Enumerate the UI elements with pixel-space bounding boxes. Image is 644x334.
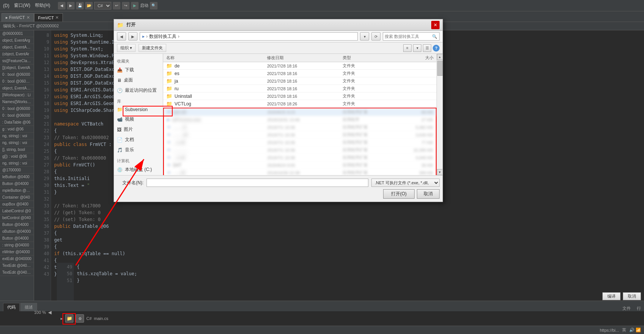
file-row-ru[interactable]: 📁ru 2021/7/28 18:16 文件夹 — [163, 85, 437, 93]
left-item-4[interactable]: ss([FeatureClass, — [0, 58, 34, 64]
col-header-date[interactable]: 修改日期 — [267, 55, 343, 61]
scroll-down-button[interactable]: ▼ — [437, 169, 443, 175]
help-button[interactable]: ? — [433, 45, 440, 52]
undo-icon[interactable]: ↩ — [113, 2, 120, 9]
left-item-27[interactable]: belControl @040 — [0, 215, 34, 221]
nav-item-desktop[interactable]: 🖥 桌面 — [114, 75, 163, 85]
view-list-button[interactable]: ≡ — [403, 44, 412, 52]
compile-button[interactable]: 编译 — [602, 292, 621, 300]
left-item-10[interactable]: Names([Workspace) — [0, 99, 34, 105]
tab-frmvct-2[interactable]: FrmVCT ✕ — [34, 13, 63, 22]
search-toolbar-icon[interactable]: 🔍 — [150, 2, 157, 9]
left-item-19[interactable]: ng, string) : voi — [0, 160, 34, 167]
left-item-18[interactable]: g[]) : void @06 — [0, 153, 34, 160]
open-button[interactable]: 打开(O) — [383, 189, 415, 199]
left-item-16[interactable]: ng, string) : voi — [0, 140, 34, 146]
search-icon[interactable]: 🔍 — [432, 33, 438, 39]
nav-forward-button[interactable]: ▶ — [128, 32, 137, 41]
nav-back-button[interactable]: ◀ — [117, 32, 126, 41]
left-item-3[interactable]: (object, EventAr — [0, 51, 34, 58]
left-item-23[interactable]: mpleButton @040 — [0, 187, 34, 194]
tab-code[interactable]: 代码 — [3, 303, 20, 311]
nav-refresh-button[interactable]: ⟳ — [371, 32, 380, 41]
left-item-2[interactable]: object, EventArgs — [0, 44, 34, 51]
nav-item-music[interactable]: 🎵 音乐 — [114, 145, 163, 155]
open-icon[interactable]: 📂 — [85, 2, 93, 9]
settings-btn[interactable]: ⚙ — [76, 314, 84, 323]
scroll-up-button[interactable]: ▲ — [437, 54, 443, 60]
organize-button[interactable]: 组织 ▾ — [117, 44, 136, 52]
left-item-12[interactable]: 0 : bool @06000 — [0, 112, 34, 119]
folder-btn[interactable]: 📁 — [65, 314, 73, 323]
menu-item-window[interactable]: 窗口(W) — [14, 2, 30, 9]
left-item-15[interactable]: ng, string) : voi — [0, 133, 34, 140]
left-item-9[interactable]: [IWorkspace) : Li — [0, 92, 34, 99]
left-item-24[interactable]: Container @040 — [0, 194, 34, 201]
filename-input[interactable] — [147, 179, 368, 187]
search-box[interactable]: 🔍 — [383, 32, 440, 41]
tab-close-2[interactable]: ✕ — [55, 15, 59, 20]
forward-icon[interactable]: ▶ — [67, 2, 75, 9]
nav-item-video[interactable]: 📹 视频 — [114, 114, 163, 124]
col-header-type[interactable]: 类型 — [343, 55, 393, 61]
tab-frmvct-1[interactable]: ▸ FrmVCT ✕ — [2, 13, 34, 22]
left-item-20[interactable]: @1700000 — [0, 167, 34, 174]
search-input[interactable] — [385, 34, 430, 39]
left-item-17[interactable]: [], string, bool — [0, 146, 34, 153]
file-row-es[interactable]: 📁es 2021/7/28 18:16 文件夹 — [163, 70, 437, 77]
left-item-30[interactable]: Button @04000 — [0, 235, 34, 242]
file-row-vctlog[interactable]: 📁VCTLog 2021/7/28 18:26 文件夹 — [163, 100, 437, 108]
file-row-edll[interactable]: ⚙...e.dll 2019/7/1 10:36 应用程序扩展 77 KB — [164, 139, 436, 146]
file-row-dll-last[interactable]: ⚙......dll 2019/10/30 22:38 应用程序扩展 399 K… — [164, 169, 436, 175]
file-row-ill[interactable]: ⚙........ill 2019/7/1 10:36 应用程序扩展 5,082… — [164, 124, 436, 131]
left-item-34[interactable]: TextEdit @040000 — [0, 262, 34, 269]
tab-close-1[interactable]: ✕ — [27, 15, 30, 20]
left-item-26[interactable]: LabelControl @0 — [0, 208, 34, 215]
left-item-8[interactable]: object, EventArgs — [0, 85, 34, 92]
nav-item-documents[interactable]: 📄 文档 — [114, 135, 163, 145]
file-row-diit[interactable]: ⚙DIIT 2020/8/24 9:05 应用程序扩展 36 KB — [164, 162, 436, 169]
left-item-31[interactable]: : string @04000 — [0, 242, 34, 249]
col-header-size[interactable]: 大小 — [393, 55, 433, 61]
left-item-28[interactable]: Button @04000 — [0, 221, 34, 228]
left-item-7[interactable]: 0 : bool @060001 — [0, 78, 34, 85]
file-row-uninstall[interactable]: 📁Uninstall 2021/7/28 18:16 文件夹 — [163, 93, 437, 100]
left-item-25[interactable]: oupBox @0400 — [0, 201, 34, 208]
left-item-0[interactable]: @06000001 — [0, 30, 34, 37]
file-row-2dll[interactable]: ⚙...2.dll 2019/7/1 10:36 应用程序扩展 4,646 KB — [164, 154, 436, 162]
redo-icon[interactable]: ↪ — [122, 2, 129, 9]
left-item-14[interactable]: g : void @06 — [0, 126, 34, 133]
bottom-code-content[interactable]: { this.xzqTable = value; } — [74, 263, 644, 301]
nav-item-recent[interactable]: 🕐 最近访问的位置 — [114, 85, 163, 96]
run-icon[interactable]: ▶ — [131, 2, 139, 9]
scroll-thumb[interactable] — [437, 61, 443, 76]
file-row-de[interactable]: 📁de 2021/7/28 18:16 文件夹 — [163, 62, 437, 70]
dialog-scrollbar[interactable]: ▲ ▼ — [437, 54, 443, 175]
save-icon[interactable]: 💾 — [76, 2, 84, 9]
filetype-select[interactable]: .NET 可执行文件 (*.exe, *.dll, — [371, 179, 440, 187]
left-item-21[interactable]: leButton @0400 — [0, 174, 34, 180]
col-header-name[interactable]: 名称 — [166, 55, 267, 61]
left-item-32[interactable]: nWriter @04000 — [0, 249, 34, 256]
left-item-6[interactable]: 0 : bool @06000 — [0, 71, 34, 78]
left-item-22[interactable]: Button @04000 — [0, 180, 34, 187]
nav-item-local-disk[interactable]: 💿 本地磁盘 (C:) — [114, 165, 163, 175]
view-btn-dropdown[interactable]: ▾ — [413, 44, 421, 52]
left-item-5[interactable]: [](object, EventA — [0, 64, 34, 71]
menu-item-help[interactable]: 帮助(H) — [35, 2, 50, 9]
file-row-dll1[interactable]: ⚙........dll 2019/7/1 10:36 应用程序扩展 3,636… — [164, 131, 436, 139]
file-row-leprocess[interactable]: ▶leProcess.exe 2019/10/31 13:46 应用程序 27 … — [164, 116, 436, 124]
back-icon[interactable]: ◀ — [58, 2, 65, 9]
left-item-13[interactable]: : DataTable @06 — [0, 119, 34, 126]
left-item-33[interactable]: extEdit @040000 — [0, 256, 34, 262]
file-row-ja[interactable]: 📁ja 2021/7/28 18:16 文件夹 — [163, 77, 437, 85]
file-row-lper[interactable]: ⚙lper.dll 2020/8/25 9:23 应用程序扩展 66 KB — [164, 108, 436, 116]
left-item-11[interactable]: 0 : bool @06000 — [0, 105, 34, 112]
left-item-35[interactable]: TextEdit @040000 — [0, 269, 34, 276]
nav-item-downloads[interactable]: 📥 下载 — [114, 65, 163, 75]
language-select[interactable]: C# — [94, 2, 111, 9]
left-item-29[interactable]: oButton @04000 — [0, 228, 34, 235]
nav-dropdown-button[interactable]: ▾ — [360, 32, 369, 41]
dialog-close-button[interactable]: ✕ — [431, 21, 440, 29]
cancel-button-bottom[interactable]: 取消 — [623, 292, 641, 300]
